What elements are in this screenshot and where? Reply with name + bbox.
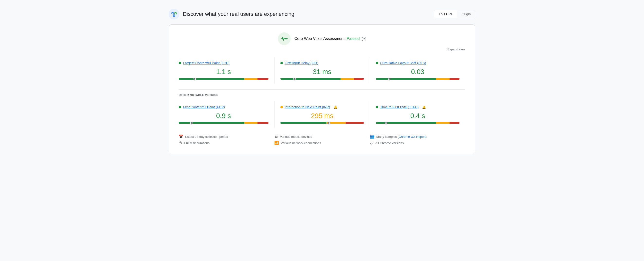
metric-dot-fcp bbox=[179, 106, 181, 108]
svg-point-8 bbox=[285, 38, 287, 40]
bar-red-cls bbox=[450, 78, 460, 80]
metric-dot-ttfb bbox=[376, 106, 378, 108]
bar-green-lcp bbox=[179, 78, 244, 80]
footer-text-1: Various mobile devices bbox=[280, 135, 312, 138]
progress-bar-bg-lcp bbox=[179, 78, 268, 80]
progress-marker-fcp bbox=[190, 122, 192, 124]
origin-button[interactable]: Origin bbox=[457, 10, 475, 18]
footer-item-2: 👥 Many samples (Chrome UX Report) bbox=[370, 134, 465, 139]
metric-name-ttfb[interactable]: Time to First Byte (TTFB) bbox=[380, 105, 418, 109]
footer-icon-0: 📅 bbox=[179, 134, 183, 139]
progress-marker-ttfb bbox=[385, 122, 387, 124]
footer-info: 📅 Latest 28-day collection period🖥 Vario… bbox=[179, 134, 465, 145]
progress-bar-bg-inp bbox=[280, 122, 364, 124]
metric-label-fid: First Input Delay (FID) bbox=[280, 61, 364, 65]
metric-dot-inp bbox=[280, 106, 283, 108]
svg-point-5 bbox=[175, 13, 176, 14]
progress-bar-lcp bbox=[179, 78, 268, 80]
bar-orange-cls bbox=[436, 78, 450, 80]
svg-point-4 bbox=[172, 13, 173, 14]
svg-point-7 bbox=[282, 38, 283, 40]
progress-bar-cls bbox=[376, 78, 460, 80]
footer-item-3: ⏱ Full visit durations bbox=[179, 141, 274, 145]
metric-value-fcp: 0.9 s bbox=[179, 112, 268, 120]
progress-bar-ttfb bbox=[376, 122, 460, 124]
footer-text-5: All Chrome versions bbox=[375, 141, 404, 145]
metric-dot-fid bbox=[280, 62, 283, 64]
main-card: Core Web Vitals Assessment: Passed ? Exp… bbox=[169, 24, 475, 154]
bar-green-cls bbox=[376, 78, 436, 80]
header: Discover what your real users are experi… bbox=[169, 5, 475, 24]
assessment-header: Core Web Vitals Assessment: Passed ? bbox=[179, 32, 465, 45]
progress-marker-lcp bbox=[194, 78, 196, 80]
header-title: Discover what your real users are experi… bbox=[183, 11, 294, 17]
metric-value-cls: 0.03 bbox=[376, 68, 460, 76]
bar-green-inp bbox=[280, 122, 326, 124]
bar-red-ttfb bbox=[450, 122, 460, 124]
assessment-status: Passed bbox=[346, 36, 360, 41]
assessment-title-prefix: Core Web Vitals Assessment: bbox=[294, 36, 347, 41]
progress-bar-fcp bbox=[179, 122, 268, 124]
metric-value-inp: 295 ms bbox=[280, 112, 364, 120]
beta-icon: 🔔 bbox=[422, 106, 426, 109]
footer-item-1: 🖥 Various mobile devices bbox=[274, 134, 370, 139]
this-url-button[interactable]: This URL bbox=[434, 10, 457, 18]
footer-item-4: 📶 Various network connections bbox=[274, 141, 370, 145]
metric-label-cls: Cumulative Layout Shift (CLS) bbox=[376, 61, 460, 65]
bar-orange-lcp bbox=[244, 78, 258, 80]
url-origin-toggle: This URL Origin bbox=[434, 10, 475, 18]
vitals-icon bbox=[278, 32, 290, 45]
other-metrics-label: OTHER NOTABLE METRICS bbox=[179, 94, 465, 96]
bar-green-fcp bbox=[179, 122, 244, 124]
footer-item-5: 🛡 All Chrome versions bbox=[370, 141, 465, 145]
footer-text-3: Full visit durations bbox=[184, 141, 210, 145]
footer-text-0: Latest 28-day collection period bbox=[185, 135, 228, 138]
metric-item-ttfb: Time to First Byte (TTFB) 🔔 0.4 s bbox=[370, 101, 465, 128]
footer-icon-3: ⏱ bbox=[179, 141, 182, 145]
footer-text-2: Many samples (Chrome UX Report) bbox=[376, 135, 427, 138]
metric-label-fcp: First Contentful Paint (FCP) bbox=[179, 105, 268, 109]
assessment-help-icon[interactable]: ? bbox=[362, 37, 366, 41]
bar-orange-ttfb bbox=[436, 122, 450, 124]
metric-item-cls: Cumulative Layout Shift (CLS) 0.03 bbox=[370, 57, 465, 84]
page-wrapper: Discover what your real users are experi… bbox=[169, 5, 475, 154]
metric-item-fid: First Input Delay (FID) 31 ms bbox=[274, 57, 370, 84]
footer-item-0: 📅 Latest 28-day collection period bbox=[179, 134, 274, 139]
bar-green-fid bbox=[280, 78, 340, 80]
bar-red-lcp bbox=[258, 78, 268, 80]
metric-value-fid: 31 ms bbox=[280, 68, 364, 76]
metric-value-ttfb: 0.4 s bbox=[376, 112, 460, 120]
footer-icon-5: 🛡 bbox=[370, 141, 373, 145]
metric-value-lcp: 1.1 s bbox=[179, 68, 268, 76]
expand-view-link[interactable]: Expand view bbox=[447, 48, 465, 51]
metric-label-inp: Interaction to Next Paint (INP) 🔔 bbox=[280, 105, 364, 109]
bar-red-fcp bbox=[258, 122, 268, 124]
bar-orange-fid bbox=[340, 78, 354, 80]
svg-point-6 bbox=[174, 15, 174, 16]
heartbeat-icon bbox=[280, 36, 288, 41]
metric-name-fid[interactable]: First Input Delay (FID) bbox=[285, 61, 318, 65]
metric-dot-cls bbox=[376, 62, 378, 64]
progress-bar-inp bbox=[280, 122, 364, 124]
bar-red-fid bbox=[354, 78, 364, 80]
progress-marker-cls bbox=[388, 78, 390, 80]
progress-marker-fid bbox=[293, 78, 296, 80]
progress-bar-bg-ttfb bbox=[376, 122, 460, 124]
core-metrics-grid: Largest Contentful Paint (LCP) 1.1 s Fir… bbox=[179, 57, 465, 84]
metric-dot-lcp bbox=[179, 62, 181, 64]
metric-item-inp: Interaction to Next Paint (INP) 🔔 295 ms bbox=[274, 101, 370, 128]
metric-name-fcp[interactable]: First Contentful Paint (FCP) bbox=[183, 105, 225, 109]
footer-link-2[interactable]: Chrome UX Report bbox=[399, 135, 426, 138]
metric-name-lcp[interactable]: Largest Contentful Paint (LCP) bbox=[183, 61, 230, 65]
bar-red-inp bbox=[346, 122, 364, 124]
section-divider bbox=[179, 89, 465, 90]
metric-item-fcp: First Contentful Paint (FCP) 0.9 s bbox=[179, 101, 274, 128]
metric-item-lcp: Largest Contentful Paint (LCP) 1.1 s bbox=[179, 57, 274, 84]
assessment-title: Core Web Vitals Assessment: Passed ? bbox=[294, 36, 366, 41]
metric-label-ttfb: Time to First Byte (TTFB) 🔔 bbox=[376, 105, 460, 109]
metric-label-lcp: Largest Contentful Paint (LCP) bbox=[179, 61, 268, 65]
svg-point-0 bbox=[169, 9, 180, 20]
metric-name-cls[interactable]: Cumulative Layout Shift (CLS) bbox=[380, 61, 426, 65]
footer-icon-2: 👥 bbox=[370, 134, 374, 139]
metric-name-inp[interactable]: Interaction to Next Paint (INP) bbox=[285, 105, 330, 109]
